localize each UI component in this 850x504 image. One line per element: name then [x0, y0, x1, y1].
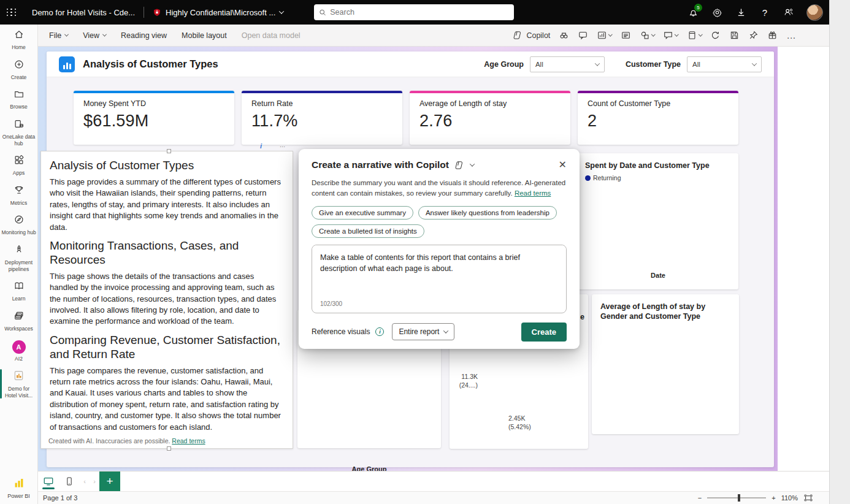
menu-item-open-data-model[interactable]: Open data model	[242, 31, 301, 40]
customer-type-dropdown[interactable]: All	[687, 56, 762, 72]
right-panes	[778, 47, 829, 471]
zoom-out-button[interactable]: −	[698, 494, 702, 502]
suggestion-pill[interactable]: Answer likely questions from leadership	[418, 206, 557, 220]
sidebar-item-deployment-pipelines[interactable]: Deployment pipelines	[0, 240, 37, 276]
sidebar-item-home[interactable]: Home	[0, 25, 37, 55]
menu-item-file[interactable]: File	[49, 31, 68, 40]
menu-item-reading-view[interactable]: Reading view	[121, 31, 167, 40]
kpi-card-money-spent-ytd[interactable]: Money Spent YTD$61.59M	[74, 91, 234, 145]
suggestion-pill[interactable]: Give an executive summary	[312, 206, 413, 220]
copilot-label: Copilot	[526, 31, 550, 40]
sidebar-item-learn[interactable]: Learn	[0, 276, 37, 306]
comment-button[interactable]	[575, 28, 591, 43]
kpi-card-count-of-customer-type[interactable]: Count of Customer Type2	[578, 91, 738, 145]
resize-handle[interactable]	[167, 446, 171, 451]
chat-bubble-icon	[663, 30, 673, 40]
chat-bubble-button[interactable]	[660, 28, 681, 43]
report-page: Analysis of Customer Types Age Group All…	[47, 52, 774, 467]
user-avatar[interactable]	[806, 4, 823, 21]
add-page-button[interactable]: +	[99, 472, 120, 491]
suggestion-pill[interactable]: Create a bulleted list of insights	[312, 224, 424, 238]
report-title-icon	[59, 56, 75, 72]
page-icon	[687, 30, 697, 40]
menu-item-view[interactable]: View	[83, 31, 106, 40]
explore-icon	[559, 30, 569, 40]
age-group-dropdown[interactable]: All	[530, 56, 605, 72]
zoom-slider[interactable]	[707, 497, 766, 498]
info-icon[interactable]: i	[375, 327, 384, 336]
home-icon	[13, 29, 25, 42]
narrative-paragraph: This page provides a summary of the diff…	[50, 177, 284, 233]
resize-handle[interactable]	[167, 149, 171, 153]
sidebar-item-apps[interactable]: Apps	[0, 150, 37, 180]
download-button[interactable]	[735, 6, 747, 18]
narrative-visual[interactable]: Analysis of Customer TypesThis page prov…	[40, 151, 293, 449]
refresh-button[interactable]	[707, 28, 724, 43]
sidebar-item-metrics[interactable]: Metrics	[0, 180, 37, 210]
more-options-button[interactable]: ...	[783, 31, 800, 40]
sidebar-item-demo-for-hotel-visit[interactable]: Demo for Hotel Visit...	[0, 365, 37, 402]
search-input[interactable]	[330, 8, 509, 17]
shapes-icon	[640, 30, 650, 40]
sidebar-item-workspaces[interactable]: Workspaces	[0, 306, 37, 336]
next-page-arrow[interactable]: ›	[90, 472, 99, 491]
shapes-button[interactable]	[637, 28, 658, 43]
download-icon	[736, 7, 746, 18]
fit-to-page-icon[interactable]	[803, 493, 813, 503]
notifications-button[interactable]: 5	[687, 6, 699, 18]
pin-button[interactable]	[745, 28, 762, 43]
report-page-header: Analysis of Customer Types Age Group All…	[47, 52, 774, 77]
sidebar-item-ai2[interactable]: AAI2	[0, 336, 37, 366]
chevron-down-icon	[279, 9, 284, 13]
sidebar-item-create[interactable]: Create	[0, 55, 37, 85]
gift-button[interactable]	[764, 28, 781, 43]
chevron-down-icon	[651, 32, 655, 36]
desktop-view-button[interactable]	[38, 472, 59, 491]
sensitivity-label[interactable]: Highly Confidential\Microsoft ...	[153, 8, 283, 17]
report-icon	[13, 370, 25, 384]
monitor-icon	[43, 476, 54, 487]
chevron-down-icon[interactable]	[470, 161, 475, 166]
global-search[interactable]	[314, 4, 514, 20]
chart-title: Spent by Date and Customer Type	[585, 161, 731, 170]
scope-dropdown[interactable]: Entire report	[392, 323, 454, 340]
read-terms-link[interactable]: Read terms	[515, 189, 551, 197]
kpi-card-return-rate[interactable]: Return Rate11.7%	[242, 91, 402, 145]
kpi-card-average-of-length-of-stay[interactable]: Average of Length of stay2.76	[410, 91, 570, 145]
copilot-icon	[513, 30, 523, 40]
settings-button[interactable]	[711, 6, 723, 18]
visual-more-options-icon[interactable]: ...	[280, 141, 285, 148]
zoom-in-button[interactable]: +	[772, 494, 775, 502]
read-terms-link[interactable]: Read terms	[172, 437, 205, 445]
mobile-view-button[interactable]	[59, 472, 80, 491]
visual-info-icon[interactable]: i	[260, 142, 262, 150]
prompt-textarea[interactable]: Make a table of contents for this report…	[312, 245, 566, 297]
visuals-button[interactable]	[594, 28, 615, 43]
page-button[interactable]	[684, 28, 705, 43]
menu-item-mobile-layout[interactable]: Mobile layout	[182, 31, 227, 40]
status-bar: Page 1 of 3 − + 110%	[38, 491, 829, 504]
close-dialog-button[interactable]: ✕	[559, 160, 567, 170]
sidebar-item-browse[interactable]: Browse	[0, 84, 37, 114]
copilot-button[interactable]: Copilot	[510, 28, 553, 43]
sidebar-item-onelake-data-hub[interactable]: OneLake data hub	[0, 114, 37, 150]
create-button[interactable]: Create	[521, 323, 567, 342]
phone-icon	[64, 476, 74, 486]
clipped-title-fragment: e	[580, 313, 584, 321]
narrative-heading: Analysis of Customer Types	[50, 159, 284, 173]
explore-button[interactable]	[556, 28, 572, 43]
feedback-button[interactable]	[783, 6, 795, 18]
donut-plot	[477, 345, 545, 413]
stay-by-gender-chart[interactable]: Average of Length of stay by Gender and …	[592, 294, 739, 434]
waffle-menu-icon[interactable]	[0, 0, 23, 25]
previous-page-arrow[interactable]: ‹	[80, 472, 90, 491]
narrative-heading: Comparing Revenue, Customer Satisfaction…	[50, 334, 284, 362]
text-box-button[interactable]	[618, 28, 634, 43]
sidebar-item-monitoring-hub[interactable]: Monitoring hub	[0, 210, 37, 240]
spent-by-date-chart[interactable]: Spent by Date and Customer Type Returnin…	[578, 153, 738, 289]
kpi-value: 2.76	[419, 112, 561, 131]
page-indicator: Page 1 of 3	[43, 494, 77, 502]
notification-badge: 5	[694, 4, 702, 12]
save-button[interactable]	[726, 28, 743, 43]
help-button[interactable]: ?	[759, 6, 771, 18]
